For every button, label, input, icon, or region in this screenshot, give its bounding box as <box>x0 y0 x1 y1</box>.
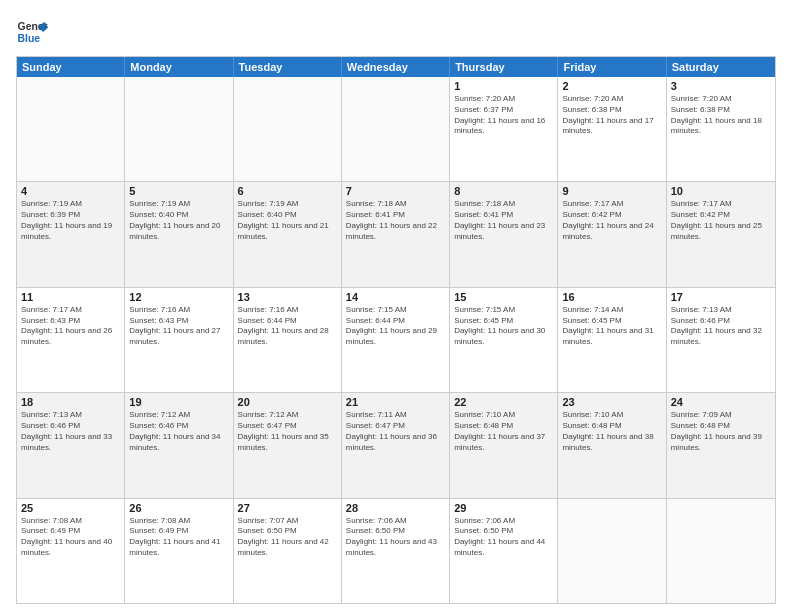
day-number: 6 <box>238 185 337 197</box>
calendar-cell-w2-d0: 11Sunrise: 7:17 AMSunset: 6:43 PMDayligh… <box>17 288 125 392</box>
day-number: 13 <box>238 291 337 303</box>
calendar-cell-w4-d2: 27Sunrise: 7:07 AMSunset: 6:50 PMDayligh… <box>234 499 342 603</box>
calendar-cell-w0-d1 <box>125 77 233 181</box>
header-day-monday: Monday <box>125 57 233 77</box>
calendar-cell-w3-d1: 19Sunrise: 7:12 AMSunset: 6:46 PMDayligh… <box>125 393 233 497</box>
day-info: Sunrise: 7:06 AMSunset: 6:50 PMDaylight:… <box>346 516 445 559</box>
day-number: 7 <box>346 185 445 197</box>
day-number: 25 <box>21 502 120 514</box>
day-info: Sunrise: 7:20 AMSunset: 6:37 PMDaylight:… <box>454 94 553 137</box>
day-number: 24 <box>671 396 771 408</box>
day-number: 2 <box>562 80 661 92</box>
header-day-wednesday: Wednesday <box>342 57 450 77</box>
day-info: Sunrise: 7:16 AMSunset: 6:44 PMDaylight:… <box>238 305 337 348</box>
calendar-cell-w2-d2: 13Sunrise: 7:16 AMSunset: 6:44 PMDayligh… <box>234 288 342 392</box>
calendar-cell-w1-d4: 8Sunrise: 7:18 AMSunset: 6:41 PMDaylight… <box>450 182 558 286</box>
day-number: 20 <box>238 396 337 408</box>
day-number: 18 <box>21 396 120 408</box>
day-number: 12 <box>129 291 228 303</box>
calendar-cell-w3-d6: 24Sunrise: 7:09 AMSunset: 6:48 PMDayligh… <box>667 393 775 497</box>
day-info: Sunrise: 7:10 AMSunset: 6:48 PMDaylight:… <box>454 410 553 453</box>
header-day-thursday: Thursday <box>450 57 558 77</box>
day-info: Sunrise: 7:08 AMSunset: 6:49 PMDaylight:… <box>129 516 228 559</box>
day-info: Sunrise: 7:13 AMSunset: 6:46 PMDaylight:… <box>21 410 120 453</box>
day-info: Sunrise: 7:20 AMSunset: 6:38 PMDaylight:… <box>671 94 771 137</box>
day-info: Sunrise: 7:20 AMSunset: 6:38 PMDaylight:… <box>562 94 661 137</box>
day-number: 11 <box>21 291 120 303</box>
day-info: Sunrise: 7:19 AMSunset: 6:40 PMDaylight:… <box>129 199 228 242</box>
calendar-cell-w4-d3: 28Sunrise: 7:06 AMSunset: 6:50 PMDayligh… <box>342 499 450 603</box>
day-number: 21 <box>346 396 445 408</box>
day-number: 4 <box>21 185 120 197</box>
calendar-cell-w2-d4: 15Sunrise: 7:15 AMSunset: 6:45 PMDayligh… <box>450 288 558 392</box>
day-number: 10 <box>671 185 771 197</box>
calendar-cell-w1-d3: 7Sunrise: 7:18 AMSunset: 6:41 PMDaylight… <box>342 182 450 286</box>
calendar-cell-w4-d0: 25Sunrise: 7:08 AMSunset: 6:49 PMDayligh… <box>17 499 125 603</box>
day-info: Sunrise: 7:07 AMSunset: 6:50 PMDaylight:… <box>238 516 337 559</box>
day-number: 27 <box>238 502 337 514</box>
header-day-sunday: Sunday <box>17 57 125 77</box>
calendar-cell-w0-d6: 3Sunrise: 7:20 AMSunset: 6:38 PMDaylight… <box>667 77 775 181</box>
day-info: Sunrise: 7:06 AMSunset: 6:50 PMDaylight:… <box>454 516 553 559</box>
day-info: Sunrise: 7:17 AMSunset: 6:42 PMDaylight:… <box>671 199 771 242</box>
day-number: 23 <box>562 396 661 408</box>
day-info: Sunrise: 7:16 AMSunset: 6:43 PMDaylight:… <box>129 305 228 348</box>
calendar-cell-w2-d3: 14Sunrise: 7:15 AMSunset: 6:44 PMDayligh… <box>342 288 450 392</box>
calendar-cell-w3-d2: 20Sunrise: 7:12 AMSunset: 6:47 PMDayligh… <box>234 393 342 497</box>
calendar: SundayMondayTuesdayWednesdayThursdayFrid… <box>16 56 776 604</box>
day-number: 14 <box>346 291 445 303</box>
calendar-cell-w3-d0: 18Sunrise: 7:13 AMSunset: 6:46 PMDayligh… <box>17 393 125 497</box>
day-number: 1 <box>454 80 553 92</box>
day-info: Sunrise: 7:19 AMSunset: 6:39 PMDaylight:… <box>21 199 120 242</box>
logo: General Blue <box>16 16 48 48</box>
day-number: 16 <box>562 291 661 303</box>
calendar-cell-w0-d3 <box>342 77 450 181</box>
calendar-cell-w3-d5: 23Sunrise: 7:10 AMSunset: 6:48 PMDayligh… <box>558 393 666 497</box>
calendar-cell-w4-d4: 29Sunrise: 7:06 AMSunset: 6:50 PMDayligh… <box>450 499 558 603</box>
calendar-cell-w1-d5: 9Sunrise: 7:17 AMSunset: 6:42 PMDaylight… <box>558 182 666 286</box>
day-number: 9 <box>562 185 661 197</box>
calendar-body: 1Sunrise: 7:20 AMSunset: 6:37 PMDaylight… <box>17 77 775 603</box>
calendar-cell-w0-d4: 1Sunrise: 7:20 AMSunset: 6:37 PMDaylight… <box>450 77 558 181</box>
day-info: Sunrise: 7:15 AMSunset: 6:44 PMDaylight:… <box>346 305 445 348</box>
calendar-cell-w0-d5: 2Sunrise: 7:20 AMSunset: 6:38 PMDaylight… <box>558 77 666 181</box>
header-day-friday: Friday <box>558 57 666 77</box>
calendar-cell-w0-d0 <box>17 77 125 181</box>
page: General Blue SundayMondayTuesdayWednesda… <box>0 0 792 612</box>
calendar-row-0: 1Sunrise: 7:20 AMSunset: 6:37 PMDaylight… <box>17 77 775 182</box>
calendar-cell-w2-d1: 12Sunrise: 7:16 AMSunset: 6:43 PMDayligh… <box>125 288 233 392</box>
calendar-cell-w1-d6: 10Sunrise: 7:17 AMSunset: 6:42 PMDayligh… <box>667 182 775 286</box>
day-info: Sunrise: 7:17 AMSunset: 6:42 PMDaylight:… <box>562 199 661 242</box>
calendar-cell-w3-d4: 22Sunrise: 7:10 AMSunset: 6:48 PMDayligh… <box>450 393 558 497</box>
calendar-row-2: 11Sunrise: 7:17 AMSunset: 6:43 PMDayligh… <box>17 288 775 393</box>
header-day-tuesday: Tuesday <box>234 57 342 77</box>
day-info: Sunrise: 7:19 AMSunset: 6:40 PMDaylight:… <box>238 199 337 242</box>
day-info: Sunrise: 7:15 AMSunset: 6:45 PMDaylight:… <box>454 305 553 348</box>
day-info: Sunrise: 7:10 AMSunset: 6:48 PMDaylight:… <box>562 410 661 453</box>
calendar-row-1: 4Sunrise: 7:19 AMSunset: 6:39 PMDaylight… <box>17 182 775 287</box>
day-info: Sunrise: 7:12 AMSunset: 6:46 PMDaylight:… <box>129 410 228 453</box>
calendar-row-3: 18Sunrise: 7:13 AMSunset: 6:46 PMDayligh… <box>17 393 775 498</box>
day-info: Sunrise: 7:12 AMSunset: 6:47 PMDaylight:… <box>238 410 337 453</box>
calendar-cell-w1-d0: 4Sunrise: 7:19 AMSunset: 6:39 PMDaylight… <box>17 182 125 286</box>
day-number: 29 <box>454 502 553 514</box>
day-info: Sunrise: 7:14 AMSunset: 6:45 PMDaylight:… <box>562 305 661 348</box>
day-number: 22 <box>454 396 553 408</box>
header: General Blue <box>16 16 776 48</box>
day-number: 15 <box>454 291 553 303</box>
calendar-cell-w4-d1: 26Sunrise: 7:08 AMSunset: 6:49 PMDayligh… <box>125 499 233 603</box>
day-info: Sunrise: 7:08 AMSunset: 6:49 PMDaylight:… <box>21 516 120 559</box>
calendar-cell-w4-d5 <box>558 499 666 603</box>
header-day-saturday: Saturday <box>667 57 775 77</box>
day-number: 3 <box>671 80 771 92</box>
svg-text:Blue: Blue <box>18 33 41 44</box>
day-number: 19 <box>129 396 228 408</box>
calendar-cell-w2-d6: 17Sunrise: 7:13 AMSunset: 6:46 PMDayligh… <box>667 288 775 392</box>
day-number: 8 <box>454 185 553 197</box>
calendar-cell-w2-d5: 16Sunrise: 7:14 AMSunset: 6:45 PMDayligh… <box>558 288 666 392</box>
day-info: Sunrise: 7:18 AMSunset: 6:41 PMDaylight:… <box>454 199 553 242</box>
day-number: 26 <box>129 502 228 514</box>
calendar-cell-w1-d1: 5Sunrise: 7:19 AMSunset: 6:40 PMDaylight… <box>125 182 233 286</box>
calendar-cell-w1-d2: 6Sunrise: 7:19 AMSunset: 6:40 PMDaylight… <box>234 182 342 286</box>
day-number: 17 <box>671 291 771 303</box>
